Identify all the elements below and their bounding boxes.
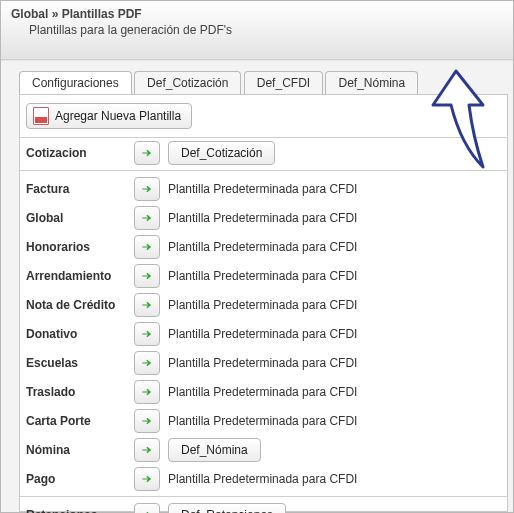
row-global: Global Plantilla Predeterminada para CFD… [20, 203, 507, 232]
template-value: Plantilla Predeterminada para CFDI [168, 240, 357, 254]
template-value: Plantilla Predeterminada para CFDI [168, 269, 357, 283]
row-label: Nota de Crédito [26, 298, 126, 312]
row-label: Pago [26, 472, 126, 486]
row-label: Donativo [26, 327, 126, 341]
arrow-right-icon [140, 327, 154, 341]
row-escuelas: Escuelas Plantilla Predeterminada para C… [20, 348, 507, 377]
row-label: Traslado [26, 385, 126, 399]
row-retenciones: Retenciones Def_Retenciones [20, 496, 507, 513]
template-button-retenciones[interactable]: Def_Retenciones [168, 503, 286, 514]
template-value: Plantilla Predeterminada para CFDI [168, 182, 357, 196]
arrow-right-icon [140, 385, 154, 399]
go-button-honorarios[interactable] [134, 235, 160, 259]
arrow-right-icon [140, 356, 154, 370]
template-value: Plantilla Predeterminada para CFDI [168, 414, 357, 428]
go-button-carta-porte[interactable] [134, 409, 160, 433]
template-button-nomina[interactable]: Def_Nómina [168, 438, 261, 462]
row-honorarios: Honorarios Plantilla Predeterminada para… [20, 232, 507, 261]
header: Global » Plantillas PDF Plantillas para … [1, 1, 513, 60]
row-pago: Pago Plantilla Predeterminada para CFDI [20, 464, 507, 493]
template-value: Def_Nómina [181, 443, 248, 457]
arrow-right-icon [140, 269, 154, 283]
page-subtitle: Plantillas para la generación de PDF's [11, 21, 503, 37]
go-button-cotizacion[interactable] [134, 141, 160, 165]
arrow-right-icon [140, 414, 154, 428]
row-cotizacion: Cotizacion Def_Cotización [20, 138, 507, 167]
row-label: Nómina [26, 443, 126, 457]
config-panel: Agregar Nueva Plantilla Cotizacion Def_C… [19, 94, 508, 512]
template-value: Plantilla Predeterminada para CFDI [168, 211, 357, 225]
row-carta-porte: Carta Porte Plantilla Predeterminada par… [20, 406, 507, 435]
template-value: Plantilla Predeterminada para CFDI [168, 356, 357, 370]
template-value: Plantilla Predeterminada para CFDI [168, 327, 357, 341]
arrow-right-icon [140, 472, 154, 486]
template-button-cotizacion[interactable]: Def_Cotización [168, 141, 275, 165]
add-template-button[interactable]: Agregar Nueva Plantilla [26, 103, 192, 129]
arrow-right-icon [140, 182, 154, 196]
go-button-arrendamiento[interactable] [134, 264, 160, 288]
go-button-escuelas[interactable] [134, 351, 160, 375]
template-value: Plantilla Predeterminada para CFDI [168, 385, 357, 399]
tab-def-cfdi[interactable]: Def_CFDI [244, 71, 323, 94]
template-value: Plantilla Predeterminada para CFDI [168, 472, 357, 486]
app-window: Global » Plantillas PDF Plantillas para … [0, 0, 514, 513]
row-label: Arrendamiento [26, 269, 126, 283]
row-arrendamiento: Arrendamiento Plantilla Predeterminada p… [20, 261, 507, 290]
row-nomina: Nómina Def_Nómina [20, 435, 507, 464]
row-traslado: Traslado Plantilla Predeterminada para C… [20, 377, 507, 406]
template-value: Def_Retenciones [181, 508, 273, 514]
go-button-donativo[interactable] [134, 322, 160, 346]
row-nota-credito: Nota de Crédito Plantilla Predeterminada… [20, 290, 507, 319]
row-label: Honorarios [26, 240, 126, 254]
go-button-traslado[interactable] [134, 380, 160, 404]
tab-configuraciones[interactable]: Configuraciones [19, 71, 132, 94]
arrow-right-icon [140, 211, 154, 225]
arrow-right-icon [140, 443, 154, 457]
rows-container: Cotizacion Def_Cotización Factura Planti… [20, 137, 507, 513]
go-button-global[interactable] [134, 206, 160, 230]
arrow-right-icon [140, 146, 154, 160]
row-donativo: Donativo Plantilla Predeterminada para C… [20, 319, 507, 348]
arrow-right-icon [140, 508, 154, 514]
go-button-nota-credito[interactable] [134, 293, 160, 317]
tab-def-cotizacion[interactable]: Def_Cotización [134, 71, 241, 94]
row-label: Retenciones [26, 508, 126, 514]
arrow-right-icon [140, 240, 154, 254]
row-label: Global [26, 211, 126, 225]
breadcrumb: Global » Plantillas PDF [11, 7, 503, 21]
add-template-label: Agregar Nueva Plantilla [55, 109, 181, 123]
go-button-nomina[interactable] [134, 438, 160, 462]
go-button-factura[interactable] [134, 177, 160, 201]
tab-def-nomina[interactable]: Def_Nómina [325, 71, 418, 94]
template-value: Def_Cotización [181, 146, 262, 160]
row-label: Carta Porte [26, 414, 126, 428]
go-button-retenciones[interactable] [134, 503, 160, 514]
arrow-right-icon [140, 298, 154, 312]
go-button-pago[interactable] [134, 467, 160, 491]
pdf-icon [33, 107, 49, 125]
row-factura: Factura Plantilla Predeterminada para CF… [20, 170, 507, 203]
row-label: Escuelas [26, 356, 126, 370]
row-label: Factura [26, 182, 126, 196]
template-value: Plantilla Predeterminada para CFDI [168, 298, 357, 312]
tab-bar: Configuraciones Def_Cotización Def_CFDI … [19, 70, 513, 94]
row-label: Cotizacion [26, 146, 126, 160]
